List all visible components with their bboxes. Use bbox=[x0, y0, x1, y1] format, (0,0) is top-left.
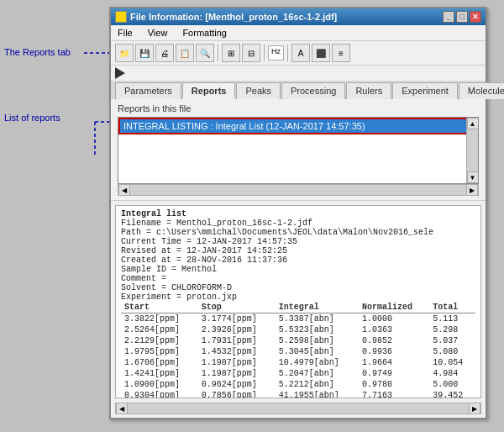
maximize-button[interactable]: □ bbox=[456, 11, 468, 23]
cell-1-3: 1.0363 bbox=[359, 324, 429, 335]
cell-5-2: 5.2047[abn] bbox=[276, 368, 359, 379]
cell-0-1: 3.1774[ppm] bbox=[198, 313, 276, 325]
reports-list-inner: INTEGRAL LISTING : Integral List (12-JAN… bbox=[118, 118, 478, 134]
cell-5-1: 1.1987[ppm] bbox=[198, 368, 276, 379]
col-normalized: Normalized bbox=[359, 302, 429, 313]
table-row: 1.6706[ppm]1.1987[ppm]10.4979[abn]1.9664… bbox=[121, 357, 475, 368]
cell-3-1: 1.4532[ppm] bbox=[198, 346, 276, 357]
col-stop: Stop bbox=[198, 302, 276, 313]
cell-3-4: 5.080 bbox=[429, 346, 475, 357]
toolbar-btn-c[interactable]: ≡ bbox=[332, 44, 350, 62]
header-section: Integral list Filename = Menthol_proton_… bbox=[121, 209, 475, 302]
header-line-2: Path = c:\Users\mmichal\Documents\JEOL\d… bbox=[121, 228, 475, 237]
header-line-6: Created at = 28-NOV-2016 11:37:36 bbox=[121, 256, 475, 265]
tab-peaks[interactable]: Peaks bbox=[236, 82, 281, 99]
integral-table: Start Stop Integral Normalized Total 3.3… bbox=[121, 302, 475, 398]
table-row: 0.9304[ppm]0.7856[ppm]41.1955[abn]7.7163… bbox=[121, 390, 475, 398]
toolbar-btn-b[interactable]: ⬛ bbox=[312, 44, 330, 62]
tabs-container: Parameters Reports Peaks Processing Rule… bbox=[111, 81, 486, 99]
toolbar-open[interactable]: 📁 bbox=[115, 44, 134, 62]
col-total: Total bbox=[429, 302, 475, 313]
close-button[interactable]: ✕ bbox=[470, 11, 481, 23]
cell-4-0: 1.6706[ppm] bbox=[121, 357, 198, 368]
menu-file[interactable]: File bbox=[115, 27, 135, 39]
table-header-row: Start Stop Integral Normalized Total bbox=[121, 302, 475, 313]
toolbar-img2[interactable]: ⊟ bbox=[242, 44, 260, 62]
toolbar-zoom[interactable]: 🔍 bbox=[196, 44, 214, 62]
cell-7-1: 0.7856[ppm] bbox=[198, 390, 276, 398]
menu-formatting[interactable]: Formatting bbox=[180, 27, 229, 39]
header-line-0: Integral list bbox=[121, 209, 475, 219]
tab-processing[interactable]: Processing bbox=[281, 82, 345, 99]
toolbar-hz-select[interactable]: Hz bbox=[268, 45, 284, 61]
cell-3-2: 5.3045[abn] bbox=[276, 346, 359, 357]
reports-tab-annotation: The Reports tab bbox=[4, 47, 71, 57]
scroll-up-arrow[interactable]: ▲ bbox=[467, 118, 479, 129]
col-start: Start bbox=[121, 302, 198, 313]
cell-1-4: 5.298 bbox=[429, 324, 475, 335]
cell-1-2: 5.5323[abn] bbox=[276, 324, 359, 335]
table-body: 3.3822[ppm]3.1774[ppm]5.3387[abn]1.00005… bbox=[121, 313, 475, 399]
header-line-5: Revised at = 12-JAN-2017 14:52:25 bbox=[121, 246, 475, 256]
header-line-8: Comment = bbox=[121, 274, 475, 283]
toolbar-btn-a[interactable]: A bbox=[291, 44, 310, 62]
cell-3-0: 1.9795[ppm] bbox=[121, 346, 198, 357]
tab-experiment[interactable]: Experiment bbox=[392, 82, 458, 99]
hscroll-left[interactable]: ◀ bbox=[118, 184, 130, 196]
cell-0-0: 3.3822[ppm] bbox=[121, 313, 198, 325]
header-line-9: Solvent = CHLOROFORM-D bbox=[121, 283, 475, 292]
bottom-scroll-right[interactable]: ▶ bbox=[469, 403, 480, 414]
table-row: 1.9795[ppm]1.4532[ppm]5.3045[abn]0.99365… bbox=[121, 346, 475, 357]
reports-listbox[interactable]: INTEGRAL LISTING : Integral List (12-JAN… bbox=[118, 117, 479, 184]
main-window: File Information: [Menthol_proton_16sc-1… bbox=[109, 7, 487, 419]
cell-5-0: 1.4241[ppm] bbox=[121, 368, 198, 379]
toolbar-copy[interactable]: 📋 bbox=[176, 44, 194, 62]
col-integral: Integral bbox=[276, 302, 359, 313]
list-of-reports-annotation: List of reports bbox=[4, 113, 60, 123]
cell-0-2: 5.3387[abn] bbox=[276, 313, 359, 325]
scroll-down-arrow[interactable]: ▼ bbox=[467, 171, 479, 183]
tab-rulers[interactable]: Rulers bbox=[346, 82, 391, 99]
toolbar-separator-1 bbox=[218, 45, 218, 61]
reports-in-file-label: Reports in this file bbox=[118, 103, 479, 113]
tab-reports[interactable]: Reports bbox=[182, 82, 236, 99]
toolbar-save[interactable]: 💾 bbox=[135, 44, 154, 62]
cell-4-2: 10.4979[abn] bbox=[276, 357, 359, 368]
play-button[interactable] bbox=[115, 67, 125, 79]
cell-6-3: 0.9780 bbox=[359, 379, 429, 390]
titlebar-buttons: _ □ ✕ bbox=[443, 11, 481, 23]
header-line-7: Sample ID = Menthol bbox=[121, 265, 475, 274]
table-row: 3.3822[ppm]3.1774[ppm]5.3387[abn]1.00005… bbox=[121, 313, 475, 325]
cell-2-4: 5.037 bbox=[429, 335, 475, 346]
cell-4-4: 10.054 bbox=[429, 357, 475, 368]
bottom-scrollbar[interactable]: ◀ ▶ bbox=[115, 403, 481, 414]
toolbar-print[interactable]: 🖨 bbox=[155, 44, 174, 62]
reports-listbox-wrapper: INTEGRAL LISTING : Integral List (12-JAN… bbox=[118, 117, 479, 184]
cell-6-2: 5.2212[abn] bbox=[276, 379, 359, 390]
minimize-button[interactable]: _ bbox=[443, 11, 454, 23]
cell-5-3: 0.9749 bbox=[359, 368, 429, 379]
cell-7-4: 39.452 bbox=[429, 390, 475, 398]
report-item-0[interactable]: INTEGRAL LISTING : Integral List (12-JAN… bbox=[118, 118, 478, 134]
cell-2-3: 0.9852 bbox=[359, 335, 429, 346]
cell-4-1: 1.1987[ppm] bbox=[198, 357, 276, 368]
header-line-10: Experiment = proton.jxp bbox=[121, 292, 475, 302]
reports-hscroll[interactable]: ◀ ▶ bbox=[118, 184, 479, 196]
menu-view[interactable]: View bbox=[145, 27, 171, 39]
cell-6-0: 1.0900[ppm] bbox=[121, 379, 198, 390]
reports-scrollbar-v[interactable]: ▲ ▼ bbox=[466, 118, 478, 183]
app-icon bbox=[115, 11, 127, 23]
tab-molecules[interactable]: Molecules bbox=[459, 82, 504, 99]
toolbar-separator-2 bbox=[264, 45, 265, 61]
content-area[interactable]: Integral list Filename = Menthol_proton_… bbox=[115, 205, 481, 398]
toolbar-separator-3 bbox=[287, 45, 288, 61]
toolbar-img1[interactable]: ⊞ bbox=[222, 44, 240, 62]
cell-7-3: 7.7163 bbox=[359, 390, 429, 398]
tab-parameters[interactable]: Parameters bbox=[115, 82, 181, 99]
hscroll-right[interactable]: ▶ bbox=[466, 184, 478, 196]
cell-2-1: 1.7931[ppm] bbox=[198, 335, 276, 346]
cell-4-3: 1.9664 bbox=[359, 357, 429, 368]
cell-0-3: 1.0000 bbox=[359, 313, 429, 325]
bottom-scroll-left[interactable]: ◀ bbox=[116, 403, 128, 414]
cell-6-1: 0.9624[ppm] bbox=[198, 379, 276, 390]
